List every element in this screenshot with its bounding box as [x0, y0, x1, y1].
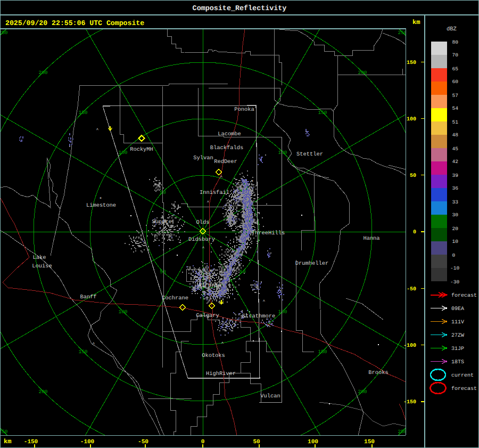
- svg-text:150: 150: [78, 110, 87, 116]
- svg-text:100: 100: [407, 117, 416, 123]
- svg-text:Hanna: Hanna: [363, 235, 379, 242]
- svg-text:33: 33: [452, 199, 459, 205]
- svg-text:Blackfalds: Blackfalds: [210, 145, 243, 151]
- svg-text:Innisfail: Innisfail: [200, 190, 229, 196]
- svg-text:111V: 111V: [451, 320, 464, 325]
- svg-text:^: ^: [207, 200, 210, 205]
- svg-text:200: 200: [38, 70, 47, 76]
- svg-text:48: 48: [452, 132, 459, 138]
- svg-text:forecast: forecast: [451, 292, 477, 299]
- svg-text:-50: -50: [138, 439, 148, 445]
- svg-text:Okotoks: Okotoks: [202, 353, 225, 359]
- svg-text:Airdrie: Airdrie: [198, 282, 221, 289]
- svg-text:^: ^: [202, 246, 205, 251]
- svg-text:2025/09/20 22:55:06 UTC Compos: 2025/09/20 22:55:06 UTC Composite: [5, 19, 144, 27]
- svg-text:Calgary: Calgary: [196, 313, 219, 319]
- svg-text:RedDeer: RedDeer: [214, 159, 237, 165]
- svg-text:Composite_Reflectivity: Composite_Reflectivity: [193, 5, 287, 13]
- svg-text:0: 0: [452, 252, 456, 258]
- svg-text:80: 80: [452, 39, 459, 45]
- svg-text:45: 45: [452, 146, 459, 152]
- svg-text:250: 250: [0, 30, 8, 36]
- svg-text:150: 150: [364, 439, 375, 445]
- svg-text:Limestone: Limestone: [86, 202, 116, 209]
- svg-text:150: 150: [78, 349, 87, 355]
- svg-text:ThreeHills: ThreeHills: [252, 230, 285, 237]
- svg-text:20: 20: [452, 226, 459, 232]
- svg-text:-150: -150: [24, 439, 38, 445]
- svg-text:Didsbury: Didsbury: [188, 237, 215, 243]
- svg-text:dBZ: dBZ: [447, 26, 457, 32]
- svg-text:39: 39: [452, 173, 459, 178]
- svg-text:^: ^: [238, 278, 241, 282]
- svg-text:09EA: 09EA: [451, 306, 464, 312]
- svg-text:km: km: [412, 19, 420, 26]
- svg-text:^: ^: [263, 299, 266, 304]
- svg-text:Strathmore: Strathmore: [242, 313, 275, 320]
- svg-text:150: 150: [407, 60, 416, 66]
- svg-text:Lacombe: Lacombe: [218, 131, 241, 137]
- svg-text:RockyMH: RockyMH: [130, 146, 153, 153]
- svg-text:Lake: Lake: [33, 255, 46, 261]
- svg-text:150: 150: [318, 349, 327, 355]
- svg-text:150: 150: [318, 110, 327, 116]
- svg-text:51: 51: [452, 119, 459, 125]
- svg-text:57: 57: [452, 93, 458, 99]
- svg-text:31JP: 31JP: [451, 346, 464, 352]
- svg-text:^: ^: [96, 128, 99, 133]
- svg-text:100: 100: [308, 439, 318, 445]
- svg-text:-50: -50: [407, 287, 416, 292]
- svg-text:Louise: Louise: [32, 263, 52, 270]
- svg-text:-100: -100: [403, 343, 416, 349]
- svg-text:30: 30: [452, 212, 459, 218]
- svg-text:250: 250: [0, 429, 8, 435]
- svg-text:60: 60: [452, 79, 459, 85]
- svg-text:65: 65: [452, 66, 459, 72]
- svg-text:Brooks: Brooks: [368, 370, 388, 376]
- svg-text:km: km: [4, 438, 11, 445]
- svg-text:-100: -100: [80, 439, 94, 445]
- svg-text:*: *: [251, 180, 254, 186]
- svg-text:42: 42: [452, 159, 459, 165]
- svg-text:^: ^: [220, 175, 223, 180]
- svg-text:70: 70: [452, 52, 459, 58]
- svg-text:Vulcan: Vulcan: [260, 393, 280, 400]
- svg-text:Ponoka: Ponoka: [234, 107, 254, 113]
- svg-text:200: 200: [38, 389, 47, 395]
- svg-text:Sylvan: Sylvan: [193, 155, 213, 161]
- svg-text:100: 100: [278, 150, 287, 156]
- svg-text:Banff: Banff: [80, 294, 96, 300]
- svg-text:50: 50: [160, 269, 166, 275]
- svg-text:10: 10: [452, 239, 459, 245]
- svg-text:^: ^: [221, 341, 224, 346]
- svg-text:forecast: forecast: [451, 386, 477, 392]
- svg-text:50: 50: [240, 269, 246, 275]
- svg-text:Cochrane: Cochrane: [162, 295, 188, 302]
- svg-text:18TS: 18TS: [451, 360, 464, 365]
- svg-text:100: 100: [118, 150, 127, 156]
- svg-text:54: 54: [452, 105, 459, 111]
- svg-text:^: ^: [93, 342, 95, 347]
- svg-text:100: 100: [118, 309, 127, 315]
- svg-text:Drumheller: Drumheller: [295, 260, 328, 267]
- svg-text:Sundre: Sundre: [152, 219, 171, 225]
- svg-text:Stettler: Stettler: [296, 151, 323, 158]
- svg-text:-30: -30: [450, 279, 459, 285]
- svg-text:Olds: Olds: [196, 219, 210, 226]
- svg-text:50: 50: [160, 190, 166, 196]
- svg-text:0: 0: [413, 230, 416, 235]
- svg-text:-10: -10: [450, 265, 459, 271]
- svg-text:50: 50: [410, 173, 416, 179]
- svg-text:current: current: [451, 373, 474, 379]
- svg-text:-150: -150: [403, 400, 416, 405]
- svg-text:27ZW: 27ZW: [451, 333, 464, 339]
- svg-text:100: 100: [278, 309, 287, 315]
- svg-text:200: 200: [358, 389, 367, 395]
- svg-text:36: 36: [452, 185, 459, 191]
- svg-text:HighRiver: HighRiver: [206, 371, 236, 377]
